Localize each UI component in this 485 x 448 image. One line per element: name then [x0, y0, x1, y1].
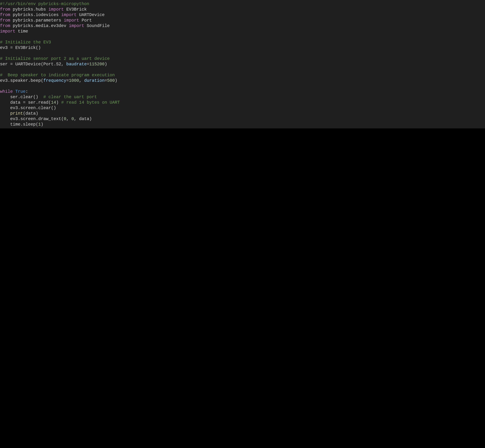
code-token: [15, 29, 18, 34]
code-token: SoundFile: [87, 24, 110, 28]
code-token: [10, 7, 13, 12]
code-line[interactable]: from pybricks.hubs import EV3Brick: [0, 7, 485, 12]
code-token: # Initialize the EV3: [0, 40, 51, 45]
code-token: data: [0, 100, 23, 105]
code-token: # clear the uart port: [43, 95, 97, 99]
code-token: [59, 12, 61, 17]
code-token: from: [0, 7, 10, 12]
code-line[interactable]: print(data): [0, 111, 485, 116]
code-token: [13, 89, 16, 94]
code-line[interactable]: ev3 = EV3Brick(): [0, 45, 485, 50]
code-token: from: [0, 12, 10, 17]
code-line[interactable]: ev3.screen.clear(): [0, 105, 485, 111]
code-token: import: [61, 12, 77, 17]
code-line[interactable]: import time: [0, 29, 485, 34]
code-line[interactable]: ev3.screen.draw_text(0, 0, data): [0, 116, 485, 122]
code-line[interactable]: from pybricks.iodevices import UARTDevic…: [0, 12, 485, 18]
code-token: ): [115, 78, 117, 83]
code-token: =: [105, 78, 107, 83]
code-token: duration: [84, 78, 105, 83]
code-token: print: [10, 111, 23, 116]
code-line[interactable]: time.sleep(1): [0, 122, 485, 127]
code-line[interactable]: [0, 50, 485, 56]
code-token: EV3Brick(): [13, 45, 41, 50]
code-line[interactable]: #!/usr/bin/env pybricks-micropython: [0, 1, 485, 7]
code-token: :: [25, 89, 28, 94]
code-token: import: [69, 24, 84, 28]
code-token: [84, 24, 87, 28]
code-token: import: [64, 18, 79, 23]
code-token: [10, 12, 13, 17]
code-token: [10, 24, 13, 28]
code-token: # Beep speaker to indicate program execu…: [0, 73, 115, 78]
code-token: 0: [71, 116, 74, 121]
code-token: [79, 18, 82, 23]
code-token: UARTDevice(Port.S2,: [13, 62, 66, 67]
code-line[interactable]: data = ser.read(14) # read 14 bytes on U…: [0, 100, 485, 105]
code-token: [66, 24, 69, 28]
code-token: frequency: [43, 78, 66, 83]
code-token: =: [10, 62, 13, 67]
code-line[interactable]: from pybricks.media.ev3dev import SoundF…: [0, 23, 485, 29]
code-token: [77, 12, 79, 17]
code-token: 1000: [69, 78, 79, 83]
code-token: [64, 7, 66, 12]
code-line[interactable]: from pybricks.parameters import Port: [0, 18, 485, 23]
code-token: [61, 18, 64, 23]
code-line[interactable]: # Initialize sensor port 2 as a uart dev…: [0, 56, 485, 62]
code-token: ev3.speaker.beep(: [0, 78, 43, 83]
code-token: while: [0, 89, 13, 94]
code-line[interactable]: [0, 34, 485, 40]
code-token: 14: [51, 100, 56, 105]
code-token: =: [10, 45, 13, 50]
code-token: pybricks.iodevices: [13, 12, 59, 17]
code-token: pybricks.hubs: [13, 7, 46, 12]
code-token: import: [48, 7, 64, 12]
code-token: , data): [74, 116, 92, 121]
code-token: ,: [79, 78, 84, 83]
code-token: ev3.screen.clear(): [0, 105, 56, 110]
code-token: Port: [82, 18, 92, 23]
code-token: # Initialize sensor port 2 as a uart dev…: [0, 56, 110, 61]
code-token: import: [0, 29, 15, 34]
code-token: ): [41, 122, 43, 127]
code-line[interactable]: ev3.speaker.beep(frequency=1000, duratio…: [0, 78, 485, 83]
code-token: [10, 18, 13, 23]
code-editor-pane[interactable]: #!/usr/bin/env pybricks-micropythonfrom …: [0, 0, 485, 128]
code-token: pybricks.parameters: [13, 18, 61, 23]
code-token: pybricks.media.ev3dev: [13, 24, 66, 28]
code-token: 115200: [89, 62, 105, 67]
code-token: ,: [66, 116, 71, 121]
code-line[interactable]: [0, 67, 485, 72]
code-token: =: [23, 100, 26, 105]
code-token: UARTDevice: [79, 12, 105, 17]
code-token: 500: [107, 78, 115, 83]
code-token: ser.clear(): [0, 95, 43, 99]
code-token: time: [18, 29, 28, 34]
code-token: EV3Brick: [66, 7, 87, 12]
code-token: ): [56, 100, 61, 105]
code-token: from: [0, 18, 10, 23]
code-block[interactable]: #!/usr/bin/env pybricks-micropythonfrom …: [0, 1, 485, 127]
code-token: ): [105, 62, 107, 67]
code-token: #!/usr/bin/env pybricks-micropython: [0, 1, 89, 6]
code-token: =: [66, 78, 69, 83]
code-token: 1: [38, 122, 41, 127]
code-line[interactable]: while True:: [0, 89, 485, 94]
code-line[interactable]: ser.clear() # clear the uart port: [0, 94, 485, 100]
code-token: ser: [0, 62, 10, 67]
code-token: ev3: [0, 45, 10, 50]
code-token: [46, 7, 48, 12]
code-line[interactable]: [0, 83, 485, 89]
code-token: 0: [64, 116, 66, 121]
code-token: from: [0, 24, 10, 28]
code-token: # read 14 bytes on UART: [61, 100, 120, 105]
code-line[interactable]: # Beep speaker to indicate program execu…: [0, 72, 485, 78]
code-token: True: [15, 89, 25, 94]
code-token: baudrate: [66, 62, 87, 67]
code-token: =: [87, 62, 89, 67]
code-token: time.sleep(: [0, 122, 38, 127]
code-line[interactable]: ser = UARTDevice(Port.S2, baudrate=11520…: [0, 62, 485, 67]
code-line[interactable]: # Initialize the EV3: [0, 40, 485, 45]
code-token: [0, 111, 10, 116]
